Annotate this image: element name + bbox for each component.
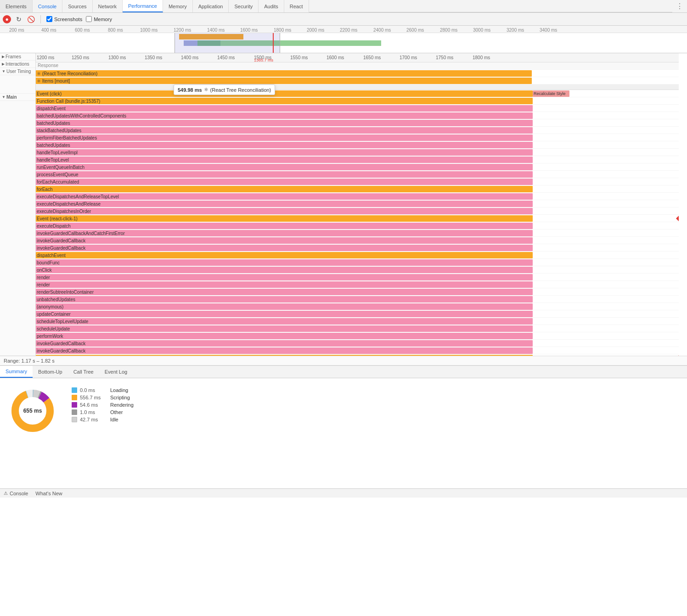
record-button[interactable]: ● (3, 15, 11, 23)
bar-render-1[interactable]: render (36, 274, 533, 280)
main-row-event-click[interactable]: Event (click) Recalculate Style (36, 90, 679, 97)
main-row-perform-fiber[interactable]: performFiberBatchedUpdates (36, 134, 679, 141)
main-row-stack-batched[interactable]: stackBatchedUpdates (36, 127, 679, 134)
bar-event-react-click[interactable]: Event (react-click-1) (36, 215, 533, 222)
bar-execute-dispatch[interactable]: executeDispatch (36, 223, 533, 229)
bar-invoke-guarded-3[interactable]: invokeGuardedCallback (36, 340, 533, 347)
main-row-render-2[interactable]: render (36, 281, 679, 288)
main-row-function-call[interactable]: Function Call (bundle.js:15357) (36, 97, 679, 105)
main-row-dispatch-event-2[interactable]: dispatchEvent (36, 252, 679, 259)
main-row-invoke-guarded-2[interactable]: invokeGuardedCallback (36, 244, 679, 252)
flame-chart[interactable]: 1200 ms 1250 ms 1300 ms 1350 ms 1400 ms … (36, 53, 687, 356)
main-row-dispatch-event[interactable]: dispatchEvent (36, 105, 679, 112)
main-row-batched-updates[interactable]: batchedUpdates (36, 119, 679, 127)
bar-update-container[interactable]: updateContainer (36, 311, 533, 317)
bar-stack-batched[interactable]: stackBatchedUpdates (36, 127, 533, 134)
tab-react[interactable]: React (284, 0, 309, 12)
bar-onclick[interactable]: onClick (36, 267, 533, 273)
main-row-anonymous[interactable]: (anonymous) (36, 303, 679, 310)
main-row-execute-dispatches-order[interactable]: executeDispatchesInOrder (36, 207, 679, 215)
tab-performance[interactable]: Performance (123, 0, 163, 12)
main-row-unbatched[interactable]: unbatchedUpdates (36, 296, 679, 303)
user-timing-section-label[interactable]: ▼ User Timing (0, 68, 35, 75)
tab-application[interactable]: Application (193, 0, 229, 12)
tab-console[interactable]: Console (33, 0, 62, 12)
bar-invoke-guarded-4[interactable]: invokeGuardedCallback (36, 347, 533, 354)
main-row-invoke-guarded-1[interactable]: invokeGuardedCallback (36, 237, 679, 244)
tab-audits[interactable]: Audits (259, 0, 284, 12)
user-timing-row-0[interactable]: ⚛ (React Tree Reconciliation) (36, 70, 679, 77)
main-row-handle-top-level[interactable]: handleTopLevel (36, 156, 679, 163)
tab-network[interactable]: Network (93, 0, 123, 12)
bar-execute-dispatches-release-top[interactable]: executeDispatchesAndReleaseTopLevel (36, 193, 533, 200)
bar-invoke-guarded-catch-first[interactable]: invokeGuardedCallbackAndCatchFirstError (36, 230, 533, 236)
main-row-execute-dispatches-release-top[interactable]: executeDispatchesAndReleaseTopLevel (36, 193, 679, 200)
tab-bottom-up[interactable]: Bottom-Up (33, 366, 68, 378)
bar-react-tree-reconciliation[interactable]: ⚛ (React Tree Reconciliation) (36, 70, 532, 77)
main-row-perform-work[interactable]: performWork (36, 332, 679, 340)
bar-run-event-queue[interactable]: runEventQueueInBatch (36, 164, 533, 170)
bar-for-each-accumulated[interactable]: forEachAccumulated (36, 179, 533, 185)
bar-schedule-top-level[interactable]: scheduleTopLevelUpdate (36, 318, 533, 325)
whats-new-btn[interactable]: What's New (35, 491, 62, 496)
main-row-process-event-queue[interactable]: processEventQueue (36, 171, 679, 178)
main-row-for-each[interactable]: forEach (36, 185, 679, 193)
bar-invoke-guarded-1[interactable]: invokeGuardedCallback (36, 237, 533, 244)
tab-call-tree[interactable]: Call Tree (68, 366, 99, 378)
console-status-btn[interactable]: ⚠ Console (4, 491, 28, 496)
bar-items-mount[interactable]: ⚛ Items [mount] (36, 78, 532, 84)
main-row-execute-dispatch[interactable]: executeDispatch (36, 222, 679, 230)
bar-handle-top-level[interactable]: handleTopLevel (36, 157, 533, 163)
main-row-schedule-top-level[interactable]: scheduleTopLevelUpdate (36, 318, 679, 325)
bar-batched-updates-2[interactable]: batchedUpdates (36, 142, 533, 148)
bar-execute-dispatches-release[interactable]: executeDispatchesAndRelease (36, 201, 533, 207)
tab-security[interactable]: Security (229, 0, 259, 12)
main-row-for-each-accumulated[interactable]: forEachAccumulated (36, 178, 679, 185)
bar-anonymous[interactable]: (anonymous) (36, 303, 533, 310)
main-row-execute-dispatches-release[interactable]: executeDispatchesAndRelease (36, 200, 679, 207)
main-row-run-event-queue[interactable]: runEventQueueInBatch (36, 163, 679, 171)
bar-batched-updates[interactable]: batchedUpdates (36, 120, 533, 126)
tab-event-log[interactable]: Event Log (99, 366, 133, 378)
bar-perform-fiber[interactable]: performFiberBatchedUpdates (36, 134, 533, 141)
bar-dispatch-event-2[interactable]: dispatchEvent (36, 252, 533, 258)
main-section-label[interactable]: ▼ Main (0, 94, 35, 101)
main-row-bound-func[interactable]: boundFunc (36, 259, 679, 266)
bar-bound-func[interactable]: boundFunc (36, 259, 533, 266)
bar-schedule-update[interactable]: scheduleUpdate (36, 325, 533, 332)
bar-execute-dispatches-order[interactable]: executeDispatchesInOrder (36, 208, 533, 214)
tab-sources[interactable]: Sources (62, 0, 92, 12)
main-row-invoke-guarded-catch-first[interactable]: invokeGuardedCallbackAndCatchFirstError (36, 230, 679, 237)
bar-event-invokeguarded[interactable]: Event (react-invokeguardedcallback-2) (36, 355, 533, 356)
main-row-event-react-click[interactable]: Event (react-click-1) (36, 215, 679, 222)
main-row-event-invokeguarded[interactable]: Event (react-invokeguardedcallback-2) (36, 354, 679, 356)
main-row-onclick[interactable]: onClick (36, 266, 679, 274)
main-row-handle-top-level-impl[interactable]: handleTopLevelImpl (36, 149, 679, 156)
tab-memory[interactable]: Memory (163, 0, 193, 12)
bar-invoke-guarded-2[interactable]: invokeGuardedCallback (36, 245, 533, 251)
bar-unbatched[interactable]: unbatchedUpdates (36, 296, 533, 302)
memory-checkbox[interactable]: Memory (86, 16, 112, 22)
bar-render-subtree[interactable]: renderSubtreeIntoContainer (36, 289, 533, 295)
bar-perform-work[interactable]: performWork (36, 333, 533, 339)
selection-range[interactable] (175, 33, 280, 53)
clear-button[interactable]: 🚫 (27, 15, 35, 23)
bar-batched-updates-controlled[interactable]: batchedUpdatesWithControlledComponents (36, 112, 533, 119)
interactions-section-label[interactable]: ▶ Interactions (0, 61, 35, 68)
bar-event-click[interactable]: Event (click) (36, 90, 533, 97)
screenshots-checkbox[interactable]: Screenshots (46, 16, 82, 22)
bar-render-2[interactable]: render (36, 281, 533, 288)
bar-handle-top-level-impl[interactable]: handleTopLevelImpl (36, 149, 533, 156)
user-timing-row-1[interactable]: ⚛ Items [mount] 549.98 ms ⚛ (React Tree … (36, 77, 679, 84)
timeline-overview[interactable]: 200 ms 400 ms 600 ms 800 ms 1000 ms 1200… (0, 26, 687, 53)
more-tabs-icon[interactable]: ⋮ (672, 0, 687, 12)
main-row-batched-updates-controlled[interactable]: batchedUpdatesWithControlledComponents (36, 112, 679, 119)
tab-elements[interactable]: Elements (0, 0, 33, 12)
bar-for-each[interactable]: forEach (36, 186, 533, 192)
main-row-update-container[interactable]: updateContainer (36, 310, 679, 318)
main-row-batched-updates-2[interactable]: batchedUpdates (36, 141, 679, 149)
main-row-schedule-update[interactable]: scheduleUpdate (36, 325, 679, 332)
frames-section-label[interactable]: ▶ Frames (0, 53, 35, 61)
main-row-invoke-guarded-3[interactable]: invokeGuardedCallback (36, 340, 679, 347)
bar-dispatch-event-1[interactable]: dispatchEvent (36, 105, 533, 112)
